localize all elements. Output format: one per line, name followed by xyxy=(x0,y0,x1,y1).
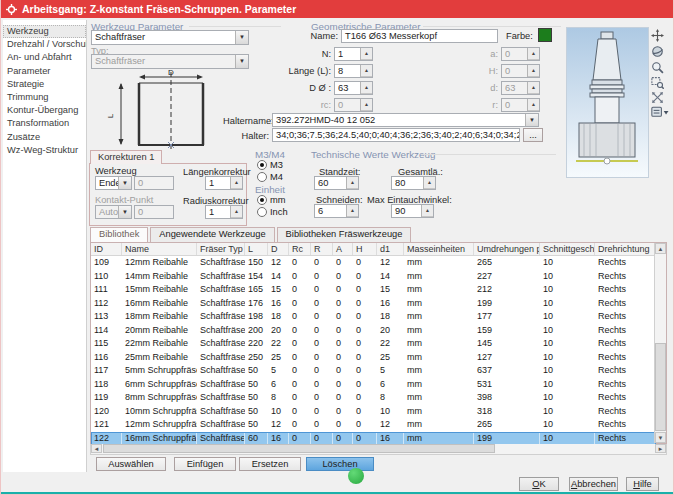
sidebar-item-transformation[interactable]: Transformation xyxy=(3,117,86,130)
radio-mm[interactable]: mm xyxy=(257,195,286,205)
spin-up-icon[interactable]: ▲ xyxy=(347,205,358,217)
zoom-window-icon[interactable] xyxy=(651,76,666,89)
spin-down-icon[interactable]: ▼ xyxy=(361,111,372,112)
gesamt-field[interactable]: 80 ▲▼ xyxy=(391,176,436,190)
horizontal-scrollbar[interactable]: ◄ ► xyxy=(90,444,667,455)
spin-up-icon[interactable]: ▲ xyxy=(528,82,539,94)
spin-down-icon[interactable]: ▼ xyxy=(528,94,539,95)
spin-down-icon[interactable]: ▼ xyxy=(361,77,372,78)
table-row[interactable]: 12216mm SchruppfräserSchaftfräser6016000… xyxy=(91,432,656,446)
sidebar-item-trimmung[interactable]: Trimmung xyxy=(3,91,86,104)
table-row[interactable]: 11115mm ReibahleSchaftfräser16515000015m… xyxy=(91,283,656,297)
hilfe-button[interactable]: Hilfe xyxy=(626,477,659,491)
spin-up-icon[interactable]: ▲ xyxy=(231,206,242,218)
spin-up-icon[interactable]: ▲ xyxy=(361,48,372,60)
sidebar-item-an-und-abfahrt[interactable]: An- und Abfahrt xyxy=(3,51,86,64)
loeschen-button[interactable]: Löschen xyxy=(306,457,374,471)
haltername-select[interactable]: 392.272HMD-40 12 052 ▼ xyxy=(272,113,539,127)
spin-down-icon[interactable]: ▼ xyxy=(424,189,435,190)
sidebar-item-drehzahl-vorschub[interactable]: Drehzahl / Vorschub xyxy=(3,38,86,51)
halter-field[interactable]: 34;0;36;7.5;36;24.5;40;0;40;4;36;2;36;3;… xyxy=(272,128,520,142)
column-header[interactable]: L xyxy=(245,243,268,255)
spin-down-icon[interactable]: ▼ xyxy=(231,189,242,190)
table-row[interactable]: 1186mm SchruppfräserSchaftfräser50600006… xyxy=(91,378,656,392)
ok-button[interactable]: OK xyxy=(519,477,559,491)
eintauchwinkel-field[interactable]: 90 ▲▼ xyxy=(391,204,434,218)
tool-type-select[interactable]: Schaftfräser ▼ xyxy=(91,30,249,45)
column-header[interactable]: Drehrichtung xyxy=(595,243,656,255)
spin-up-icon[interactable]: ▲ xyxy=(347,177,358,189)
halter-browse-button[interactable]: ... xyxy=(523,128,543,142)
column-header[interactable]: Rc xyxy=(289,243,311,255)
sidebar-item-wz-weg-struktur[interactable]: Wz-Weg-Struktur xyxy=(3,144,86,157)
table-row[interactable]: 12112mm SchruppfräserSchaftfräser5012000… xyxy=(91,418,656,432)
spin-down-icon[interactable]: ▼ xyxy=(528,77,539,78)
spin-down-icon[interactable]: ▼ xyxy=(361,94,372,95)
radiuskorrektur-field[interactable]: 1 ▲▼ xyxy=(205,205,243,219)
radio-inch[interactable]: Inch xyxy=(257,207,288,217)
column-header[interactable]: R xyxy=(311,243,333,255)
auswaehlen-button[interactable]: Auswählen xyxy=(96,457,166,471)
radio-m4[interactable]: M4 xyxy=(257,172,283,182)
horizontal-scroll-thumb[interactable] xyxy=(103,444,495,453)
column-header[interactable]: D xyxy=(268,243,289,255)
table-row[interactable]: 1198mm SchruppfräserSchaftfräser50800008… xyxy=(91,391,656,405)
spin-down-icon[interactable]: ▼ xyxy=(347,217,358,218)
spin-up-icon[interactable]: ▲ xyxy=(528,65,539,77)
sidebar-item-zusätze[interactable]: Zusätze xyxy=(3,131,86,144)
column-header[interactable]: Name xyxy=(122,243,197,255)
vertical-scroll-thumb[interactable] xyxy=(655,343,666,431)
table-row[interactable]: 11522mm ReibahleSchaftfräser22022000022m… xyxy=(91,337,656,351)
sidebar-item-kontur-übergang[interactable]: Kontur-Übergang xyxy=(3,104,86,117)
abbrechen-button[interactable]: Abbrechen xyxy=(569,477,618,491)
table-row[interactable]: 1175mm SchruppfräserSchaftfräser50500005… xyxy=(91,364,656,378)
column-header[interactable]: H xyxy=(353,243,377,255)
ersetzen-button[interactable]: Ersetzen xyxy=(239,457,301,471)
standzeit-field[interactable]: 60 ▲▼ xyxy=(314,176,359,190)
spin-up-icon[interactable]: ▲ xyxy=(231,177,242,189)
spin-down-icon[interactable]: ▼ xyxy=(361,60,372,61)
werkzeug-select[interactable]: Ende ▼ xyxy=(95,176,132,190)
column-header[interactable]: d1 xyxy=(377,243,404,255)
chevron-down-icon[interactable]: ▼ xyxy=(525,114,538,126)
column-header[interactable]: A xyxy=(333,243,353,255)
column-header[interactable]: Fräser Typ xyxy=(197,243,245,255)
numeric-field[interactable]: 1▲▼ xyxy=(334,47,373,61)
column-header[interactable]: Masseinheiten xyxy=(404,243,474,255)
sidebar-item-werkzeug[interactable]: Werkzeug xyxy=(3,25,86,38)
spin-down-icon[interactable]: ▼ xyxy=(528,111,539,112)
spin-down-icon[interactable]: ▼ xyxy=(347,189,358,190)
einfuegen-button[interactable]: Einfügen xyxy=(174,457,236,471)
table-row[interactable]: 12010mm SchruppfräserSchaftfräser5010000… xyxy=(91,405,656,419)
zoom-icon[interactable] xyxy=(651,61,666,74)
tab-angewendete-werkzeuge[interactable]: Angewendete Werkzeuge xyxy=(150,227,274,242)
spin-up-icon[interactable]: ▲ xyxy=(361,99,372,111)
spin-up-icon[interactable]: ▲ xyxy=(361,82,372,94)
tab-bibliothek[interactable]: Bibliothek xyxy=(90,227,148,242)
laengenkorrektur-field[interactable]: 1 ▲▼ xyxy=(205,176,243,190)
radio-m3[interactable]: M3 xyxy=(257,160,283,170)
table-row[interactable]: 11216mm ReibahleSchaftfräser17616000016m… xyxy=(91,297,656,311)
view-mode-icon[interactable] xyxy=(651,106,666,119)
numeric-field[interactable]: 63▲▼ xyxy=(334,81,373,95)
table-row[interactable]: 11625mm ReibahleSchaftfräser25025000025m… xyxy=(91,351,656,365)
tab-bibliotheken-fräswerkzeuge[interactable]: Bibliotheken Fräswerkzeuge xyxy=(277,227,412,242)
spin-up-icon[interactable]: ▲ xyxy=(528,99,539,111)
chevron-down-icon[interactable]: ▼ xyxy=(118,177,131,189)
table-row[interactable]: 11014mm ReibahleSchaftfräser15414000014m… xyxy=(91,270,656,284)
korrekturen-tab[interactable]: Korrekturen 1 xyxy=(90,150,162,164)
numeric-field[interactable]: 8▲▼ xyxy=(334,64,373,78)
scroll-right-icon[interactable]: ► xyxy=(655,444,666,453)
spin-down-icon[interactable]: ▼ xyxy=(422,217,433,218)
spin-up-icon[interactable]: ▲ xyxy=(424,177,435,189)
column-header[interactable]: Schnittgeschwi xyxy=(540,243,595,255)
tool-holder-preview[interactable] xyxy=(566,27,649,178)
spin-up-icon[interactable]: ▲ xyxy=(528,48,539,60)
scroll-up-icon[interactable]: ▲ xyxy=(655,243,666,254)
vertical-scrollbar[interactable]: ▲ ▼ xyxy=(654,243,666,443)
scroll-down-icon[interactable]: ▼ xyxy=(655,432,666,443)
spin-up-icon[interactable]: ▲ xyxy=(361,65,372,77)
table-row[interactable]: 10912mm ReibahleSchaftfräser15012000012m… xyxy=(91,256,656,270)
name-field[interactable]: T166 Ø63 Messerkopf xyxy=(341,29,498,43)
schneiden-field[interactable]: 6 ▲▼ xyxy=(314,204,359,218)
